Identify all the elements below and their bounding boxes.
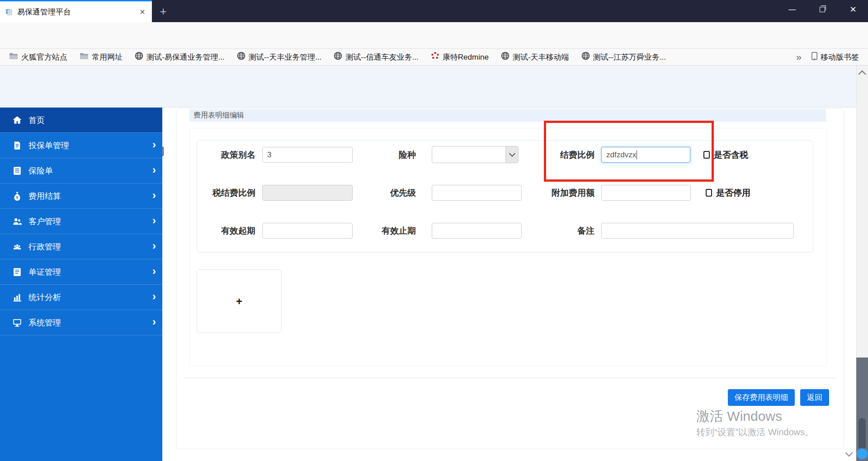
page-title: 费用表明细编辑	[193, 111, 244, 120]
phone-icon	[811, 52, 817, 63]
remark-input[interactable]	[601, 223, 794, 239]
tab-favicon-icon	[5, 8, 13, 15]
bookmark-item[interactable]: 测试--江苏万舜业务...	[581, 52, 666, 62]
globe-icon	[501, 52, 509, 62]
scrollbar-thumb[interactable]	[859, 418, 866, 450]
window-restore-button[interactable]	[812, 0, 833, 19]
chevron-right-icon: ›	[152, 139, 156, 150]
bookmark-label: 测试--信通车友业务...	[345, 52, 419, 62]
additional-fee-label: 附加费用额	[520, 185, 594, 201]
globe-icon	[581, 52, 590, 62]
priority-input[interactable]	[432, 185, 522, 201]
tax-fee-ratio-label: 税结费比例	[181, 185, 255, 201]
sidebar-item-label: 统计分析	[28, 292, 61, 303]
bookmark-item[interactable]: 测试-易保通业务管理...	[135, 52, 225, 62]
bookmark-label: 测试-天丰移动端	[513, 52, 569, 62]
sidebar-item-label: 首页	[28, 115, 45, 126]
policy-alias-input[interactable]: 3	[262, 147, 353, 163]
bookmark-item[interactable]: 测试--天丰业务管理...	[237, 52, 322, 62]
document-list-icon	[11, 267, 23, 278]
document-icon	[11, 140, 23, 151]
globe-icon	[135, 52, 143, 62]
scroll-up-arrow-icon[interactable]	[859, 71, 865, 77]
insurance-type-select[interactable]	[432, 146, 519, 163]
divider	[183, 378, 837, 378]
window-close-button[interactable]: ✕	[843, 0, 863, 19]
browser-nav-bar: ← → ↻ ⌂ i proxy1.countnet.cn:20806/Login…	[0, 22, 868, 49]
sidebar-item-label: 费用结算	[28, 191, 61, 202]
select-dropdown-button[interactable]	[505, 146, 518, 163]
remark-label: 备注	[520, 223, 594, 239]
list-icon	[11, 165, 23, 176]
scrollbar-knob[interactable]	[857, 448, 868, 459]
sidebar-item-document-mgmt[interactable]: 单证管理 ›	[0, 259, 162, 285]
sidebar-item-admin-mgmt[interactable]: 行政管理 ›	[0, 234, 162, 259]
sidebar-item-label: 单证管理	[28, 267, 61, 278]
folder-icon	[9, 52, 18, 62]
new-tab-button[interactable]: +	[156, 4, 171, 19]
bookmark-label: 测试--江苏万舜业务...	[593, 52, 666, 62]
money-bag-icon: ¥	[11, 191, 23, 202]
valid-to-input[interactable]	[432, 223, 522, 239]
tax-fee-ratio-input	[262, 185, 353, 201]
bookmark-item[interactable]: 火狐官方站点	[9, 52, 67, 62]
chevron-right-icon: ›	[152, 291, 156, 302]
bookmark-label: 康特Redmine	[443, 52, 489, 62]
page-header: 青岛康特网络科技有限公司 QINGDAO COUNTNET TECHNOLOGY…	[0, 66, 868, 108]
home-icon	[11, 115, 23, 126]
bookmark-label: 火狐官方站点	[21, 52, 67, 62]
sidebar-item-label: 保险单	[28, 165, 53, 176]
active-tab[interactable]: 易保通管理平台 ✕	[0, 0, 152, 22]
globe-icon	[334, 52, 342, 62]
sidebar-item-fee-settlement[interactable]: ¥ 费用结算 ›	[0, 183, 162, 209]
priority-label: 优先级	[341, 185, 416, 201]
chevron-down-icon	[509, 151, 515, 157]
bookmarks-overflow-icon[interactable]: »	[796, 52, 802, 62]
chevron-right-icon: ›	[152, 165, 156, 175]
page-scrollbar-track[interactable]	[856, 66, 868, 358]
bookmark-label: 测试-易保通业务管理...	[146, 52, 225, 62]
save-fee-detail-button[interactable]: 保存费用表明细	[728, 389, 795, 406]
add-fee-row-button[interactable]: +	[197, 269, 282, 333]
sidebar-item-insurance[interactable]: 保险单 ›	[0, 158, 162, 183]
back-button-form[interactable]: 返回	[800, 389, 829, 406]
globe-icon	[237, 52, 245, 62]
valid-from-label: 有效起期	[181, 223, 255, 239]
window-minimize-button[interactable]: —	[782, 0, 802, 19]
sidebar-item-label: 行政管理	[28, 241, 61, 252]
sidebar-item-statistics[interactable]: 统计分析 ›	[0, 285, 162, 310]
people-group-icon	[11, 241, 23, 252]
chevron-right-icon: ›	[152, 240, 156, 251]
mobile-bookmarks-label: 移动版书签	[821, 52, 859, 62]
sidebar-menu: 首页 投保单管理 › 保险单 › ¥ 费用结算 › 客户管理 › 行政管理 › …	[0, 108, 162, 461]
chevron-right-icon: ›	[152, 215, 156, 226]
bookmark-label: 常用网址	[92, 52, 123, 62]
chevron-right-icon: ›	[152, 190, 156, 201]
disabled-flag-label: 是否停用	[716, 185, 750, 201]
disabled-flag-checkbox[interactable]	[706, 189, 712, 197]
chevron-right-icon: ›	[152, 266, 156, 277]
bar-chart-icon	[11, 292, 23, 303]
mobile-bookmarks-button[interactable]: 移动版书签	[811, 52, 859, 63]
monitor-icon	[11, 317, 23, 328]
valid-to-label: 有效止期	[341, 223, 416, 239]
sidebar-item-label: 投保单管理	[28, 140, 69, 151]
tax-included-label: 是否含税	[714, 147, 748, 163]
scroll-down-arrow-icon[interactable]	[846, 450, 852, 456]
valid-from-input[interactable]	[262, 223, 353, 239]
bookmarks-bar: 火狐官方站点 常用网址 测试-易保通业务管理... 测试--天丰业务管理... …	[0, 49, 868, 66]
sidebar-item-policy-mgmt[interactable]: 投保单管理 ›	[0, 133, 162, 158]
tab-close-icon[interactable]: ✕	[137, 6, 148, 18]
restore-icon	[820, 7, 825, 12]
sidebar-item-home[interactable]: 首页	[0, 108, 162, 133]
sidebar-item-system-mgmt[interactable]: 系统管理 ›	[0, 310, 162, 335]
bookmark-item[interactable]: 测试-天丰移动端	[501, 52, 569, 62]
bookmark-item[interactable]: 康特Redmine	[431, 52, 489, 62]
additional-fee-input[interactable]	[601, 185, 691, 201]
sidebar-item-customer-mgmt[interactable]: 客户管理 ›	[0, 209, 162, 234]
highlight-rectangle	[544, 121, 714, 182]
chevron-right-icon: ›	[152, 316, 156, 327]
bookmark-item[interactable]: 常用网址	[80, 52, 123, 62]
bookmark-item[interactable]: 测试--信通车友业务...	[334, 52, 419, 62]
folder-icon	[80, 52, 89, 62]
